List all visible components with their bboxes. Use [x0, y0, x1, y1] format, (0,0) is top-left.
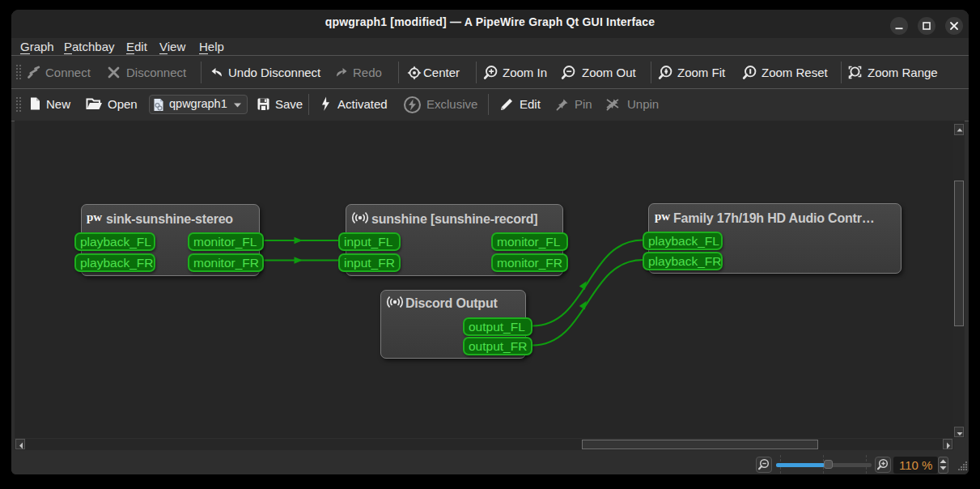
svg-text:pw: pw: [87, 210, 102, 223]
svg-text:pw: pw: [655, 210, 670, 223]
